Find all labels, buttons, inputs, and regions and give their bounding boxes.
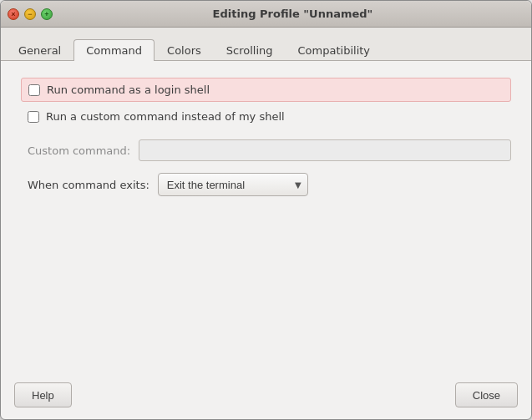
window-title: Editing Profile "Unnamed": [61, 8, 524, 20]
tab-content: Run command as a login shell Run a custo…: [1, 61, 531, 374]
titlebar: × − + Editing Profile "Unnamed": [1, 1, 531, 28]
close-window-button[interactable]: ×: [8, 8, 19, 20]
help-button[interactable]: Help: [14, 382, 72, 407]
login-shell-label[interactable]: Run command as a login shell: [47, 83, 210, 96]
custom-command-field-row: Custom command:: [21, 139, 511, 161]
tab-general[interactable]: General: [6, 39, 73, 61]
custom-command-field-label: Custom command:: [28, 144, 130, 157]
when-exits-select[interactable]: Exit the terminal Restart the command Ho…: [158, 173, 308, 196]
close-button[interactable]: Close: [455, 382, 518, 407]
tab-command[interactable]: Command: [73, 39, 155, 61]
login-shell-checkbox[interactable]: [28, 84, 40, 96]
custom-command-checkbox[interactable]: [28, 111, 39, 123]
when-exits-row: When command exits: Exit the terminal Re…: [21, 173, 511, 196]
custom-command-input[interactable]: [139, 139, 511, 161]
tab-compatibility[interactable]: Compatibility: [286, 39, 383, 61]
custom-command-row: Run a custom command instead of my shell: [21, 105, 511, 128]
tab-scrolling[interactable]: Scrolling: [214, 39, 286, 61]
when-exits-label: When command exits:: [28, 179, 149, 191]
maximize-window-button[interactable]: +: [41, 8, 53, 20]
window-controls: × − +: [8, 8, 53, 20]
dialog-window: × − + Editing Profile "Unnamed" General …: [0, 0, 532, 420]
button-bar: Help Close: [1, 374, 531, 419]
minimize-window-button[interactable]: −: [24, 8, 36, 20]
tabs-bar: General Command Colors Scrolling Compati…: [1, 28, 531, 61]
login-shell-row: Run command as a login shell: [21, 78, 511, 102]
custom-command-label[interactable]: Run a custom command instead of my shell: [46, 110, 285, 123]
tab-colors[interactable]: Colors: [155, 39, 214, 61]
when-exits-dropdown-wrapper: Exit the terminal Restart the command Ho…: [158, 173, 308, 196]
